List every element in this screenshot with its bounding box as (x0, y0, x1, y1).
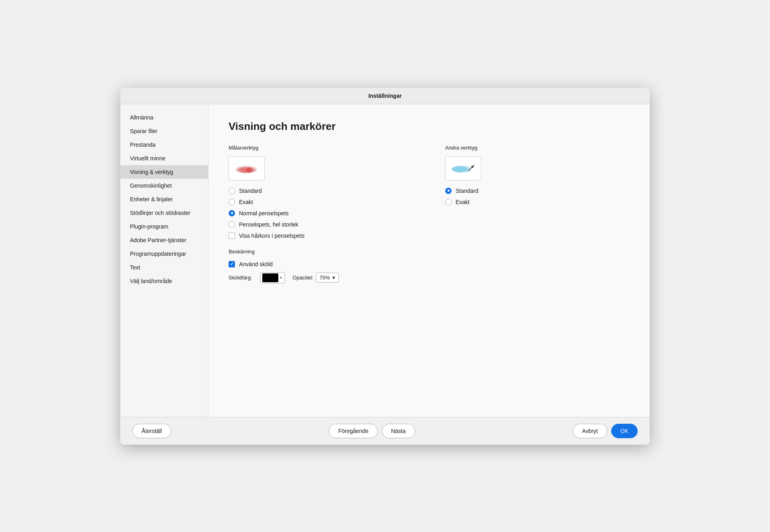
radio-standard[interactable]: Standard (229, 188, 413, 194)
andra-radio-standard-circle (445, 188, 452, 194)
sidebar-item-enheter-linjaler[interactable]: Enheter & linjaler (120, 192, 208, 206)
two-col-layout: Målarverktyg (229, 145, 630, 283)
sidebar-item-adobe-partner[interactable]: Adobe Partner-tjänster (120, 233, 208, 247)
svg-point-2 (249, 169, 250, 171)
sidebar-item-visning-verktyg[interactable]: Visning & verktyg (120, 165, 208, 179)
radio-normal-label: Normal penselspets (239, 210, 289, 216)
checkbox-skold-box (229, 261, 235, 267)
svg-point-3 (452, 166, 472, 173)
radio-hel-circle (229, 221, 235, 228)
radio-normal-circle (229, 210, 235, 216)
color-swatch (262, 273, 278, 282)
dialog-body: AllmännaSparar filerPrestandaVirtuellt m… (120, 104, 650, 417)
beskärning-label: Beskärning (229, 249, 413, 255)
dialog-title: Inställningar (368, 93, 401, 99)
sidebar-item-programuppdateringar[interactable]: Programuppdateringar (120, 247, 208, 261)
opacity-chevron-icon: ▾ (332, 275, 335, 281)
andra-radio-group: Standard Exakt (445, 188, 630, 205)
malarverktyg-label: Målarverktyg (229, 145, 413, 151)
page-title: Visning och markörer (229, 120, 630, 133)
other-tool-preview-svg (448, 160, 478, 177)
cancel-button[interactable]: Avbryt (573, 424, 607, 438)
andra-verktyg-label: Andra verktyg (445, 145, 630, 151)
sidebar-item-genomskinlighet[interactable]: Genomskinlighet (120, 179, 208, 192)
checkbox-skold-label: Använd sköld (239, 261, 273, 267)
sidebar-item-stodlinjer[interactable]: Stödlinjer och stödraster (120, 206, 208, 220)
sidebar-item-allmaenna[interactable]: Allmänna (120, 111, 208, 124)
andra-radio-exakt-circle (445, 199, 452, 205)
content-area: Visning och markörer Målarverktyg (209, 104, 650, 417)
sidebar-item-text[interactable]: Text (120, 261, 208, 274)
checkbox-harkors-box (229, 233, 235, 239)
andra-radio-exakt[interactable]: Exakt (445, 199, 630, 205)
sidebar-item-sparar-filer[interactable]: Sparar filer (120, 124, 208, 138)
radio-standard-label: Standard (239, 188, 262, 194)
andra-verktyg-preview (445, 156, 481, 180)
radio-exakt-label: Exakt (239, 199, 253, 205)
andra-radio-exakt-label: Exakt (456, 199, 470, 205)
restore-button[interactable]: Återställ (132, 424, 171, 438)
opacity-value: 75% (320, 275, 330, 281)
dialog-footer: Återställ Föregående Nästa Avbryt OK (120, 417, 650, 445)
checkbox-visa-harkors[interactable]: Visa hårkors i penselspets (229, 233, 413, 239)
radio-hel-label: Penselspets, hel storlek (239, 221, 298, 228)
footer-center: Föregående Nästa (329, 424, 415, 438)
opacity-select-box[interactable]: 75% ▾ (316, 273, 339, 283)
footer-left: Återställ (132, 424, 171, 438)
sidebar-item-valj-land[interactable]: Välj land/område (120, 274, 208, 288)
radio-standard-circle (229, 188, 235, 194)
opacitet-label: Opacitet: (293, 275, 314, 281)
footer-right: Avbryt OK (573, 424, 638, 438)
malarverktyg-col: Målarverktyg (229, 145, 413, 283)
sidebar: AllmännaSparar filerPrestandaVirtuellt m… (120, 104, 209, 417)
brush-preview-svg (232, 160, 261, 177)
opacity-control: Opacitet: 75% ▾ (293, 273, 339, 283)
ok-button[interactable]: OK (611, 424, 638, 438)
color-swatch-button[interactable]: ▾ (260, 272, 285, 283)
sidebar-item-plugin-program[interactable]: Plugin-program (120, 220, 208, 233)
sköldfärg-label: Sköldfärg: (229, 275, 252, 281)
sidebar-item-virtuellt-minne[interactable]: Virtuellt minne (120, 152, 208, 165)
checkbox-harkors-label: Visa hårkors i penselspets (239, 233, 304, 239)
andra-radio-standard[interactable]: Standard (445, 188, 630, 194)
radio-normal-penselspets[interactable]: Normal penselspets (229, 210, 413, 216)
svg-point-6 (472, 166, 474, 168)
checkbox-anvand-skold[interactable]: Använd sköld (229, 261, 413, 267)
settings-dialog: Inställningar AllmännaSparar filerPresta… (120, 88, 650, 445)
malarverktyg-radio-group: Standard Exakt Normal penselspets P (229, 188, 413, 239)
next-button[interactable]: Nästa (382, 424, 415, 438)
andra-radio-standard-label: Standard (456, 188, 478, 194)
color-chevron-icon: ▾ (280, 275, 282, 280)
dialog-titlebar: Inställningar (120, 88, 650, 104)
prev-button[interactable]: Föregående (329, 424, 378, 438)
andra-verktyg-col: Andra verktyg (445, 145, 630, 283)
radio-penselspets-hel[interactable]: Penselspets, hel storlek (229, 221, 413, 228)
malarverktyg-preview (229, 156, 265, 180)
radio-exakt-circle (229, 199, 235, 205)
sidebar-item-prestanda[interactable]: Prestanda (120, 138, 208, 152)
svg-point-0 (235, 165, 257, 173)
beskärning-row: Sköldfärg: ▾ Opacitet: 75% ▾ (229, 272, 413, 283)
radio-exakt[interactable]: Exakt (229, 199, 413, 205)
